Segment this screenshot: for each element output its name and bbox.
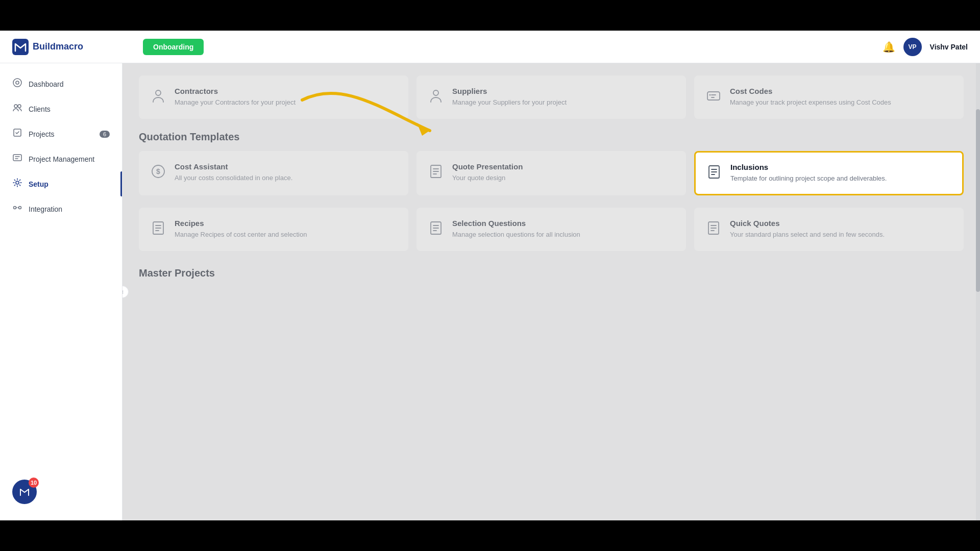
- sidebar-projects-label: Projects: [29, 130, 55, 138]
- notification-bubble[interactable]: 10: [12, 480, 37, 504]
- contractors-title: Contractors: [175, 87, 296, 95]
- recipes-icon: [150, 220, 166, 240]
- sidebar-item-projects[interactable]: Projects 6: [0, 121, 122, 146]
- logo-icon: [12, 39, 29, 55]
- svg-point-13: [709, 94, 711, 96]
- cost-codes-icon: [705, 88, 722, 108]
- sidebar-collapse-button[interactable]: ‹: [122, 286, 129, 298]
- recipes-content: Recipes Manage Recipes of cost center an…: [175, 219, 307, 240]
- quick-quotes-card[interactable]: Quick Quotes Your standard plans select …: [694, 208, 964, 251]
- cost-assistant-desc: All your costs consolidated in one place…: [175, 173, 292, 183]
- sidebar-item-dashboard[interactable]: Dashboard: [0, 71, 122, 96]
- cost-assistant-card[interactable]: $ Cost Assistant All your costs consolid…: [139, 151, 408, 195]
- svg-rect-12: [707, 92, 720, 100]
- sidebar-dashboard-label: Dashboard: [29, 80, 64, 88]
- svg-point-10: [156, 90, 161, 95]
- cost-codes-desc: Manage your track project expenses using…: [730, 97, 891, 108]
- selection-questions-icon: [428, 220, 444, 240]
- setup-icon: [12, 178, 22, 190]
- sidebar-item-project-management[interactable]: Project Management: [0, 146, 122, 171]
- cost-codes-card[interactable]: Cost Codes Manage your track project exp…: [694, 76, 964, 119]
- quick-quotes-icon: [705, 220, 722, 240]
- clients-icon: [12, 103, 22, 115]
- onboarding-button[interactable]: Onboarding: [143, 39, 204, 55]
- recipes-card[interactable]: Recipes Manage Recipes of cost center an…: [139, 208, 408, 251]
- quick-quotes-desc: Your standard plans select and send in f…: [730, 230, 885, 240]
- cost-codes-title: Cost Codes: [730, 87, 891, 95]
- sidebar: Dashboard Clients Projects 6 Project: [0, 63, 122, 520]
- notification-bell-icon[interactable]: 🔔: [883, 41, 895, 53]
- recipes-desc: Manage Recipes of cost center and select…: [175, 230, 307, 240]
- sidebar-item-clients[interactable]: Clients: [0, 96, 122, 121]
- suppliers-icon: [428, 88, 444, 108]
- contractors-card-content: Contractors Manage your Contractors for …: [175, 87, 296, 108]
- cost-assistant-content: Cost Assistant All your costs consolidat…: [175, 162, 292, 183]
- quote-presentation-title: Quote Presentation: [452, 162, 523, 171]
- quotation-cards-row: $ Cost Assistant All your costs consolid…: [139, 151, 964, 195]
- main-layout: Dashboard Clients Projects 6 Project: [0, 63, 980, 520]
- quick-quotes-content: Quick Quotes Your standard plans select …: [730, 219, 885, 240]
- quote-presentation-card[interactable]: Quote Presentation Your quote design: [416, 151, 686, 195]
- svg-point-4: [18, 105, 21, 108]
- integration-icon: [12, 203, 22, 215]
- cost-codes-card-content: Cost Codes Manage your track project exp…: [730, 87, 891, 108]
- header-right: 🔔 VP Vishv Patel: [883, 38, 968, 56]
- inclusions-content: Inclusions Template for outlining projec…: [730, 163, 887, 184]
- avatar: VP: [903, 38, 922, 56]
- inclusions-desc: Template for outlining project scope and…: [730, 173, 887, 184]
- bubble-notification-count: 10: [29, 478, 39, 488]
- dashboard-icon: [12, 78, 22, 90]
- svg-rect-6: [13, 155, 21, 161]
- selection-questions-title: Selection Questions: [452, 219, 580, 228]
- svg-text:$: $: [156, 167, 160, 176]
- user-name: Vishv Patel: [930, 43, 968, 51]
- cost-assistant-title: Cost Assistant: [175, 162, 292, 171]
- contractors-desc: Manage your Contractors for your project: [175, 97, 296, 108]
- main-content: ‹ Contractors Manage your Contractors fo…: [122, 63, 980, 520]
- recipes-title: Recipes: [175, 219, 307, 228]
- scrollbar-thumb[interactable]: [976, 109, 980, 292]
- svg-point-8: [14, 207, 16, 209]
- sidebar-integration-label: Integration: [29, 205, 62, 213]
- svg-point-9: [19, 207, 21, 209]
- selection-questions-desc: Manage selection questions for all inclu…: [452, 230, 580, 240]
- bubble-m-icon: [19, 486, 30, 497]
- selection-questions-card[interactable]: Selection Questions Manage selection que…: [416, 208, 686, 251]
- logo-text: Buildmacro: [33, 41, 83, 52]
- quotation-section: Quotation Templates $ Cost Assistant All…: [139, 131, 964, 251]
- second-row-cards: Recipes Manage Recipes of cost center an…: [139, 208, 964, 251]
- quote-presentation-icon: [428, 163, 444, 183]
- suppliers-desc: Manage your Suppliers for your project: [452, 97, 567, 108]
- contractors-card[interactable]: Contractors Manage your Contractors for …: [139, 76, 408, 119]
- quotation-section-title: Quotation Templates: [139, 131, 964, 143]
- master-projects-title: Master Projects: [139, 267, 964, 279]
- svg-point-1: [13, 79, 21, 87]
- master-projects-section: Master Projects: [139, 267, 964, 279]
- contractors-icon: [150, 88, 166, 108]
- quote-presentation-content: Quote Presentation Your quote design: [452, 162, 523, 183]
- sidebar-item-setup[interactable]: Setup: [0, 171, 122, 196]
- sidebar-item-integration[interactable]: Integration: [0, 196, 122, 221]
- quick-quotes-title: Quick Quotes: [730, 219, 885, 228]
- cost-assistant-icon: $: [150, 163, 166, 183]
- logo-area: Buildmacro: [12, 39, 135, 55]
- inclusions-card[interactable]: Inclusions Template for outlining projec…: [694, 151, 964, 195]
- projects-icon: [12, 128, 22, 140]
- suppliers-title: Suppliers: [452, 87, 567, 95]
- suppliers-card-content: Suppliers Manage your Suppliers for your…: [452, 87, 567, 108]
- svg-point-7: [16, 181, 19, 184]
- project-management-icon: [12, 153, 22, 165]
- sidebar-setup-label: Setup: [29, 180, 48, 188]
- inclusions-title: Inclusions: [730, 163, 887, 171]
- header-center: Onboarding: [135, 39, 883, 55]
- suppliers-card[interactable]: Suppliers Manage your Suppliers for your…: [416, 76, 686, 119]
- app-header: Buildmacro Onboarding 🔔 VP Vishv Patel: [0, 31, 980, 63]
- scrollbar[interactable]: [976, 63, 980, 520]
- sidebar-clients-label: Clients: [29, 105, 51, 113]
- svg-point-11: [433, 90, 438, 95]
- svg-point-3: [14, 105, 17, 108]
- sidebar-bottom: 10: [0, 471, 122, 512]
- sidebar-project-management-label: Project Management: [29, 155, 94, 163]
- inclusions-icon: [706, 164, 722, 184]
- svg-point-2: [16, 81, 19, 84]
